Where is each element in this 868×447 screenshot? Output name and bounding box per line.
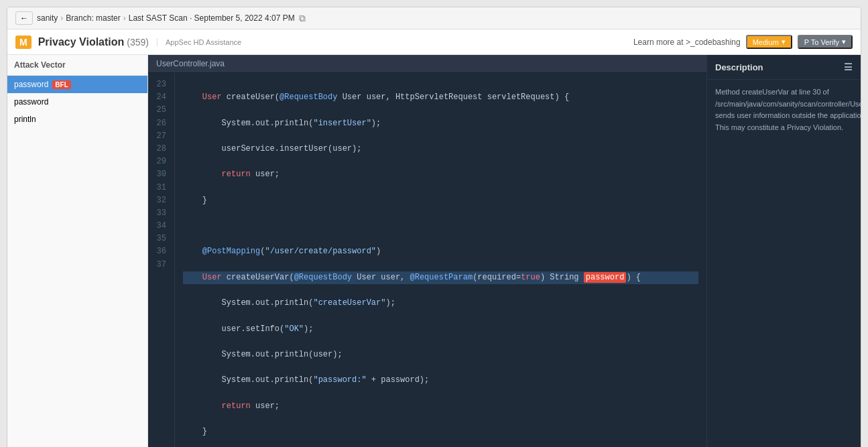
- code-line-28: [183, 220, 698, 233]
- sidebar-item-label: password: [14, 97, 48, 107]
- sidebar-item-password-bfl[interactable]: password BFL: [7, 76, 147, 93]
- learn-more-link[interactable]: Learn more at >_codebashing: [633, 38, 741, 47]
- header-bar: M Privacy Violation (359) AppSec HD Assi…: [7, 29, 861, 55]
- code-line-30: User createUserVar(@RequestBody User use…: [183, 271, 698, 284]
- description-panel: Description ☰ Method createUserVar at li…: [706, 55, 861, 447]
- panel-icons: ☰: [844, 62, 853, 72]
- issue-count: (359): [127, 37, 149, 48]
- code-line-36: }: [183, 426, 698, 438]
- code-line-29: @PostMapping("/user/create/password"): [183, 245, 698, 258]
- code-line-25: userService.insertUser(user);: [183, 143, 698, 155]
- bfl-tag: BFL: [52, 80, 70, 89]
- code-line-34: System.out.println("password:" + passwor…: [183, 374, 698, 387]
- description-title: Description: [715, 62, 763, 72]
- code-body: 2324252627 2829303132 3334353637 User cr…: [148, 73, 706, 447]
- code-line-32: user.setInfo("OK");: [183, 323, 698, 336]
- page-title: Privacy Violation: [38, 36, 125, 48]
- appsec-label: AppSec HD Assistance: [157, 38, 241, 46]
- medium-label: Medium: [753, 38, 779, 46]
- description-header: Description ☰: [707, 55, 861, 80]
- verify-chevron-icon: ▾: [842, 38, 846, 46]
- code-line-23: User createUser(@RequestBody User user, …: [183, 91, 698, 104]
- line-numbers: 2324252627 2829303132 3334353637: [148, 73, 175, 447]
- sidebar-header: Attack Vector: [7, 55, 147, 76]
- code-lines: User createUser(@RequestBody User user, …: [175, 73, 706, 447]
- verify-label: P To Verify: [804, 38, 839, 46]
- medium-chevron-icon: ▾: [782, 38, 786, 46]
- header-actions: Learn more at >_codebashing Medium ▾ P T…: [633, 35, 853, 49]
- copy-button[interactable]: ⧉: [299, 13, 306, 24]
- breadcrumb-sanity: sanity: [37, 13, 58, 23]
- verify-badge[interactable]: P To Verify ▾: [798, 35, 853, 49]
- code-line-35: return user;: [183, 400, 698, 413]
- sidebar-item-password[interactable]: password: [7, 93, 147, 111]
- logo: M: [15, 36, 32, 49]
- main-content: Attack Vector password BFL password prin…: [7, 55, 861, 447]
- code-line-31: System.out.println("createUserVar");: [183, 297, 698, 310]
- top-nav: ← sanity › Branch: master › Last SAST Sc…: [7, 7, 861, 29]
- code-area: UserController.java 2324252627 282930313…: [148, 55, 706, 447]
- description-body: Method createUserVar at line 30 of /src/…: [707, 80, 861, 447]
- code-filename: UserController.java: [148, 55, 706, 73]
- breadcrumb-scan: Last SAST Scan · September 5, 2022 4:07 …: [129, 13, 295, 23]
- code-line-24: System.out.println("insertUser");: [183, 117, 698, 130]
- back-button[interactable]: ←: [15, 11, 33, 25]
- left-sidebar: Attack Vector password BFL password prin…: [7, 55, 148, 447]
- breadcrumb-branch: Branch: master: [66, 13, 120, 23]
- medium-badge[interactable]: Medium ▾: [746, 35, 792, 49]
- sidebar-item-label: println: [14, 115, 36, 124]
- code-line-26: return user;: [183, 168, 698, 181]
- sidebar-item-label: password: [14, 80, 48, 89]
- code-line-33: System.out.println(user);: [183, 348, 698, 361]
- sidebar-item-println[interactable]: println: [7, 111, 147, 128]
- code-line-27: }: [183, 194, 698, 207]
- panel-icon-menu[interactable]: ☰: [844, 62, 853, 72]
- breadcrumb: sanity › Branch: master › Last SAST Scan…: [37, 13, 295, 23]
